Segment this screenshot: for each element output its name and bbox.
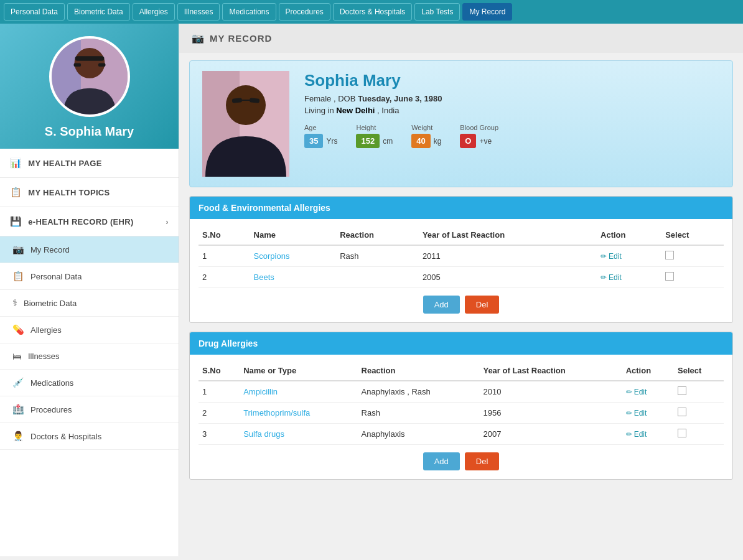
nav-personal-data[interactable]: Personal Data — [4, 3, 65, 21]
profile-dob: Female , DOB Tuesday, June 3, 1980 — [304, 94, 720, 103]
sidebar: S. Sophia Mary 📊 MY HEALTH PAGE 📋 MY HEA… — [0, 24, 179, 556]
item-icon: 💊 — [12, 324, 24, 335]
table-row: 3 Sulfa drugs Anaphylaxis 2007 ✏ Edit — [199, 424, 724, 445]
sidebar-section-my-health-topics[interactable]: 📋 MY HEALTH TOPICS — [0, 178, 179, 207]
drug-allergies-section: Drug Allergies S.No Name or Type Reactio… — [189, 332, 733, 480]
drug-allergies-table: S.No Name or Type Reaction Year of Last … — [199, 361, 724, 445]
dob-label: DOB — [338, 94, 355, 103]
stat-height: Height 152 cm — [356, 124, 393, 148]
drug-allergies-header: Drug Allergies — [190, 332, 732, 355]
item-icon: 🏥 — [12, 404, 24, 415]
top-navigation: Personal DataBiometric DataAllergiesIlln… — [0, 0, 743, 24]
col-select: Select — [661, 225, 724, 245]
edit-button[interactable]: ✏ Edit — [626, 388, 647, 396]
svg-rect-3 — [75, 56, 104, 61]
sidebar-user-name: S. Sophia Mary — [45, 124, 134, 139]
drug-del-button[interactable]: Del — [465, 452, 500, 470]
select-checkbox[interactable] — [678, 429, 686, 437]
stat-blood-group: Blood Group O +ve — [460, 124, 498, 148]
pencil-icon: ✏ — [626, 430, 632, 439]
col-reaction: Reaction — [358, 361, 480, 381]
sidebar-item-illnesses[interactable]: 🛏 Illnesses — [0, 343, 179, 370]
nav-medications[interactable]: Medications — [222, 3, 276, 21]
svg-point-9 — [226, 85, 266, 125]
height-value: 152 — [356, 134, 380, 148]
edit-button[interactable]: ✏ Edit — [600, 252, 622, 261]
nav-procedures[interactable]: Procedures — [279, 3, 330, 21]
allergy-name-link[interactable]: Scorpions — [254, 251, 290, 261]
select-checkbox[interactable] — [678, 408, 686, 416]
sidebar-section-e-health-record-(ehr)[interactable]: 💾 e-HEALTH RECORD (EHR) › — [0, 207, 179, 236]
svg-rect-10 — [232, 98, 243, 103]
page-header: 📷 MY RECORD — [179, 24, 743, 53]
profile-card: Sophia Mary Female , DOB Tuesday, June 3… — [189, 60, 733, 187]
blood-group-label: Blood Group — [460, 124, 498, 131]
profile-name: Sophia Mary — [304, 71, 720, 90]
select-checkbox[interactable] — [665, 272, 674, 281]
table-row: 1 Ampicillin Anaphylaxis , Rash 2010 ✏ E… — [199, 381, 724, 403]
edit-button[interactable]: ✏ Edit — [600, 273, 622, 282]
age-label: Age — [304, 124, 317, 131]
sidebar-item-biometric-data[interactable]: ⚕ Biometric Data — [0, 290, 179, 317]
select-checkbox[interactable] — [678, 386, 686, 395]
drug-name-link[interactable]: Sulfa drugs — [243, 429, 284, 439]
item-icon: 📷 — [12, 244, 24, 255]
col-year: Year of Last Reaction — [419, 225, 597, 245]
camera-icon: 📷 — [192, 32, 205, 44]
item-icon: 🛏 — [12, 351, 22, 362]
section-icon: 💾 — [10, 216, 22, 227]
profile-stats: Age 35 Yrs Height 152 cm — [304, 124, 720, 148]
pencil-icon: ✏ — [600, 252, 607, 261]
svg-point-2 — [74, 48, 105, 78]
food-add-button[interactable]: Add — [423, 296, 460, 314]
gender-label: Female — [304, 94, 331, 103]
item-icon: 📋 — [12, 271, 24, 282]
table-row: 2 Trimethoprim/sulfa Rash 1956 ✏ Edit — [199, 403, 724, 424]
nav-biometric-data[interactable]: Biometric Data — [67, 3, 130, 21]
sidebar-item-procedures[interactable]: 🏥 Procedures — [0, 396, 179, 423]
col-reaction: Reaction — [336, 225, 419, 245]
section-icon: 📊 — [10, 157, 22, 169]
sidebar-item-my-record[interactable]: 📷 My Record — [0, 236, 179, 263]
food-allergies-header: Food & Environmental Allergies — [190, 197, 732, 219]
blood-group-value: O — [460, 134, 476, 148]
nav-allergies[interactable]: Allergies — [133, 3, 175, 21]
sidebar-item-medications[interactable]: 💉 Medications — [0, 370, 179, 396]
page-title: MY RECORD — [210, 33, 272, 44]
col-sno: S.No — [199, 225, 250, 245]
food-allergies-section: Food & Environmental Allergies S.No Name… — [189, 196, 733, 323]
stat-age: Age 35 Yrs — [304, 124, 337, 148]
edit-button[interactable]: ✏ Edit — [626, 430, 647, 439]
col-sno: S.No — [199, 361, 240, 381]
sidebar-avatar: S. Sophia Mary — [0, 24, 179, 149]
drug-add-button[interactable]: Add — [423, 452, 460, 470]
sidebar-item-allergies[interactable]: 💊 Allergies — [0, 317, 179, 343]
sidebar-item-doctors-&-hospitals[interactable]: 👨‍⚕️ Doctors & Hospitals — [0, 423, 179, 450]
col-select: Select — [674, 361, 724, 381]
col-action: Action — [622, 361, 674, 381]
sidebar-section-my-health-page[interactable]: 📊 MY HEALTH PAGE — [0, 149, 179, 178]
col-action: Action — [597, 225, 661, 245]
edit-button[interactable]: ✏ Edit — [626, 409, 647, 418]
item-icon: 💉 — [12, 377, 24, 388]
nav-lab-tests[interactable]: Lab Tests — [414, 3, 460, 21]
pencil-icon: ✏ — [626, 388, 632, 396]
nav-illnesses[interactable]: Illnesses — [177, 3, 220, 21]
chevron-icon: › — [166, 217, 169, 226]
drug-name-link[interactable]: Trimethoprim/sulfa — [243, 408, 310, 418]
food-allergies-actions: Add Del — [199, 296, 724, 314]
pencil-icon: ✏ — [626, 409, 632, 418]
weight-value: 40 — [411, 134, 430, 148]
item-icon: ⚕ — [12, 297, 17, 309]
svg-rect-5 — [98, 63, 105, 67]
nav-my-record[interactable]: My Record — [462, 3, 512, 21]
allergy-name-link[interactable]: Beets — [254, 273, 274, 282]
nav-doctors-&-hospitals[interactable]: Doctors & Hospitals — [333, 3, 412, 21]
stat-weight: Weight 40 kg — [411, 124, 441, 148]
pencil-icon: ✏ — [600, 273, 607, 282]
food-del-button[interactable]: Del — [465, 296, 500, 314]
drug-name-link[interactable]: Ampicillin — [243, 387, 278, 396]
sidebar-item-personal-data[interactable]: 📋 Personal Data — [0, 263, 179, 290]
sidebar-menu: 📊 MY HEALTH PAGE 📋 MY HEALTH TOPICS 💾 e-… — [0, 149, 179, 450]
select-checkbox[interactable] — [665, 251, 674, 259]
